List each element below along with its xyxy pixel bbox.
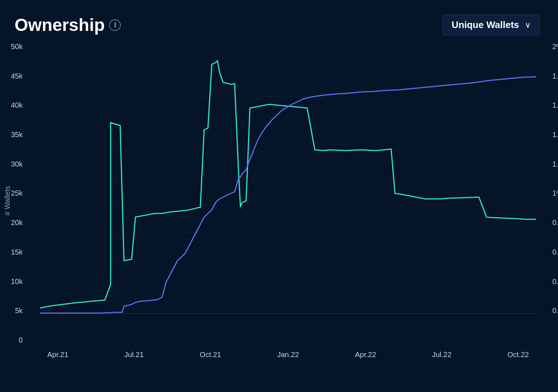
x-label-oct22: Oct.22 [507,351,529,359]
chevron-down-icon: ∨ [525,20,531,30]
y-left-label-35k: 35k [11,131,23,139]
y-left-label-30k: 30k [11,160,23,168]
y-left-label-15k: 15k [11,248,23,256]
y-right-label-1.2pct: 1.2% [552,160,558,168]
info-icon[interactable]: ℹ [109,19,121,31]
teal-line [40,61,536,308]
y-right-label-0.8pct: 0.8% [552,219,558,227]
y-left-label-20k: 20k [11,219,23,227]
x-label-jul21: Jul.21 [124,351,144,359]
metric-dropdown[interactable]: Unique Wallets ∨ [443,15,540,35]
chart-svg [40,43,536,341]
y-right-label-0.2pct: 0.2% [552,307,558,315]
y-left-label-50k: 50k [11,43,23,51]
y-axis-left-title: # Wallets [3,186,12,216]
y-left-label-45k: 45k [11,72,23,80]
x-label-apr22: Apr.22 [355,351,376,359]
chart-body: 50k 45k 40k 35k 30k 25k 20k 15k 10k 5k 0… [40,43,536,359]
y-right-label-1.8pct: 1.8% [552,72,558,80]
blue-line [40,77,536,313]
y-right-label-0.6pct: 0.6% [552,248,558,256]
y-axis-right: 2% 1.8% 1.6% 1.4% 1.2% 1% 0.8% 0.6% 0.4%… [552,43,558,359]
x-label-jul22: Jul.22 [432,351,451,359]
chart-container: Ownership ℹ Unique Wallets ∨ 50k 45k 40k… [0,0,558,392]
chart-header: Ownership ℹ Unique Wallets ∨ [4,7,554,39]
y-axis-left: 50k 45k 40k 35k 30k 25k 20k 15k 10k 5k 0 [11,43,23,359]
y-right-label-0.4pct: 0.4% [552,277,558,286]
x-axis: Apr.21 Jul.21 Oct.21 Jan.22 Apr.22 Jul.2… [40,351,536,359]
chart-title-group: Ownership ℹ [15,15,121,35]
y-right-label-1.4pct: 1.4% [552,131,558,139]
y-left-label-40k: 40k [11,101,23,109]
y-left-label-0: 0 [19,336,23,344]
x-label-oct21: Oct.21 [200,351,221,359]
dropdown-label: Unique Wallets [452,19,519,31]
y-left-label-5k: 5k [15,307,23,315]
x-label-jan22: Jan.22 [277,351,299,359]
y-right-label-1.6pct: 1.6% [552,101,558,109]
x-label-apr21: Apr.21 [47,351,68,359]
y-left-label-10k: 10k [11,277,23,286]
y-left-label-25k: 25k [11,189,23,197]
y-right-label-1pct: 1% [552,189,558,197]
y-right-label-2pct: 2% [552,43,558,51]
chart-title: Ownership [15,15,105,35]
y-right-label-empty [552,336,554,344]
